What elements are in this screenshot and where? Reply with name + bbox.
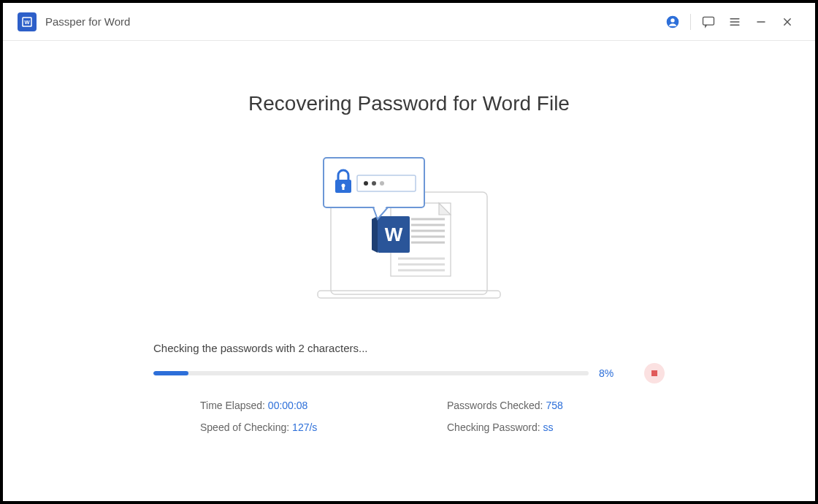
stat-label: Speed of Checking:	[200, 421, 292, 433]
stop-button[interactable]	[644, 363, 665, 383]
stat-value: 00:00:08	[268, 400, 308, 411]
main-content: Recovering Password for Word File	[3, 41, 815, 433]
svg-text:W: W	[385, 224, 403, 245]
app-title: Passper for Word	[45, 15, 130, 28]
stat-value: 758	[546, 400, 562, 411]
app-logo-icon: W	[18, 12, 37, 31]
stat-passwords-checked: Passwords Checked: 758	[447, 400, 665, 411]
svg-point-34	[364, 181, 368, 186]
page-title: Recovering Password for Word File	[47, 92, 771, 115]
stat-label: Passwords Checked:	[447, 400, 546, 411]
progress-fill	[153, 371, 188, 375]
stat-value: 127/s	[292, 421, 317, 433]
stop-icon	[651, 370, 657, 376]
feedback-button[interactable]	[695, 9, 722, 35]
status-text: Checking the passwords with 2 characters…	[153, 342, 665, 354]
stat-value: ss	[543, 421, 554, 433]
stat-checking-password: Checking Password: ss	[447, 421, 665, 433]
progress-section: Checking the passwords with 2 characters…	[153, 342, 665, 433]
close-button[interactable]	[774, 9, 800, 35]
user-account-button[interactable]	[660, 9, 686, 35]
svg-marker-25	[372, 216, 378, 253]
svg-point-36	[380, 181, 384, 186]
stat-label: Checking Password:	[447, 421, 543, 433]
stats-grid: Time Elapsed: 00:00:08 Passwords Checked…	[153, 400, 665, 433]
stat-time-elapsed: Time Elapsed: 00:00:08	[200, 400, 418, 411]
stat-label: Time Elapsed:	[200, 400, 268, 411]
word-icon: W	[372, 216, 410, 253]
menu-button[interactable]	[722, 9, 748, 35]
svg-rect-5	[703, 17, 714, 25]
title-bar-controls	[660, 9, 800, 35]
divider	[690, 14, 691, 30]
svg-point-4	[670, 18, 674, 22]
illustration: W	[296, 152, 522, 305]
svg-rect-32	[343, 186, 345, 190]
progress-percent: 8%	[599, 367, 621, 379]
svg-point-35	[372, 181, 376, 186]
minimize-button[interactable]	[748, 9, 774, 35]
stat-speed: Speed of Checking: 127/s	[200, 421, 418, 433]
title-bar: W Passper for Word	[3, 3, 815, 41]
app-window: W Passper for Word Recovering Passwor	[3, 3, 815, 501]
progress-bar	[153, 371, 589, 375]
progress-row: 8%	[153, 363, 665, 383]
svg-text:W: W	[24, 19, 30, 26]
